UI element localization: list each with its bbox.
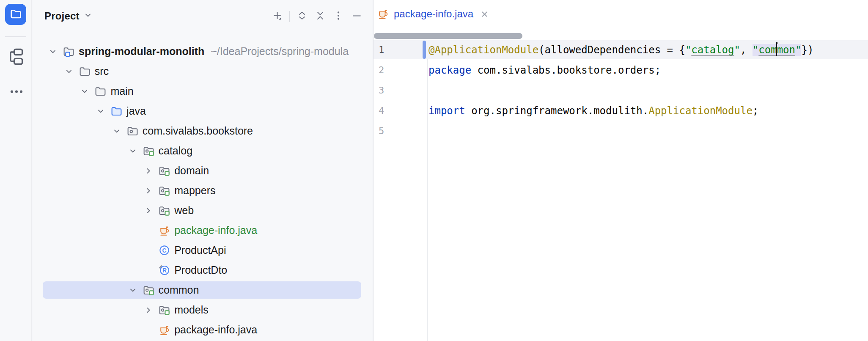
chevron-right-icon[interactable] [144,166,158,176]
chevron-right-icon[interactable] [144,206,158,215]
tree-item-label: models [174,304,209,316]
project-tree: spring-modular-monolith~/IdeaProjects/sp… [32,41,373,340]
tree-item-label: ProductDto [174,264,227,276]
chevron-down-icon[interactable] [80,87,94,96]
editor-tab-package-info[interactable]: package-info.java [377,0,489,28]
project-tool-button[interactable] [5,4,26,25]
line-number: 4 [379,101,408,121]
code-text: import org.springframework.modulith.Appl… [429,101,758,121]
line-number: 2 [379,60,408,80]
tree-item-models[interactable]: models [32,300,373,320]
tree-item-label: spring-modular-monolith [79,45,204,58]
project-folder-icon [63,45,76,58]
tree-item-package-info-java[interactable]: package-info.java [32,320,373,340]
structure-icon [8,47,24,68]
tree-item-common[interactable]: common [32,280,373,300]
line-number: 5 [379,121,408,141]
expand-all-button[interactable] [296,11,308,22]
tree-item-label: ProductApi [174,244,226,256]
tree-item-label: catalog [159,145,193,157]
module-package-icon [143,284,156,296]
tree-item-java[interactable]: java [32,101,373,121]
tree-item-productapi[interactable]: CProductApi [32,240,373,260]
minimize-icon [351,10,363,23]
module-package-icon [158,204,171,217]
code-line-4[interactable]: 4import org.springframework.modulith.App… [374,101,868,121]
module-package-icon [158,165,171,177]
tree-item-web[interactable]: web [32,201,373,220]
chevron-down-icon[interactable] [112,126,126,136]
collapse-all-button[interactable] [314,11,326,22]
class-icon: C [158,244,171,256]
source-folder-icon [110,105,124,117]
plus-icon [272,10,283,23]
java-file-icon [377,8,389,20]
more-tool-windows-button[interactable] [10,89,23,95]
active-tab-underline [374,33,522,39]
add-button[interactable] [271,11,283,22]
code-text: package com.sivalabs.bookstore.orders; [429,60,661,80]
toolbar-separator [289,11,290,22]
vcs-change-marker[interactable] [423,41,426,59]
more-dots-icon [10,88,23,96]
project-panel-header: Project [32,0,373,32]
code-line-1[interactable]: 1@ApplicationModule(allowedDependencies … [374,40,868,60]
code-editor[interactable]: 1@ApplicationModule(allowedDependencies … [374,40,868,341]
chevron-down-icon[interactable] [128,286,143,295]
activity-bar-divider [5,36,26,37]
collapse-all-icon [315,10,326,23]
editor-tab-label: package-info.java [394,8,473,20]
project-tool-window: Project spring-modular-monolith~/IdeaPro… [32,0,374,341]
tree-item-label: domain [174,165,209,177]
svg-text:C: C [162,247,167,254]
tree-item-label: com.sivalabs.bookstore [143,125,253,137]
structure-tool-button[interactable] [8,47,24,68]
java-file-icon [158,324,171,336]
tree-item-domain[interactable]: domain [32,161,373,181]
chevron-down-icon[interactable] [128,146,143,156]
tree-item-label: common [159,284,199,296]
line-number: 3 [379,80,408,101]
tree-item-catalog[interactable]: catalog [32,141,373,161]
tree-item-main[interactable]: main [32,81,373,101]
tree-item-package-info-java[interactable]: package-info.java [32,220,373,240]
tree-item-label: src [95,65,109,77]
code-line-5[interactable]: 5 [374,121,868,141]
tree-selection-highlight [43,281,361,299]
module-package-icon [158,304,171,316]
project-panel-title: Project [44,10,80,22]
code-line-2[interactable]: 2package com.sivalabs.bookstore.orders; [374,60,868,80]
tree-item-com-sivalabs-bookstore[interactable]: com.sivalabs.bookstore [32,121,373,141]
code-line-3[interactable]: 3 [374,80,868,101]
hide-tool-window-button[interactable] [351,11,363,22]
more-options-button[interactable] [332,11,344,22]
chevron-right-icon[interactable] [144,305,158,315]
tree-item-label: web [174,204,194,217]
tree-item-productdto[interactable]: RProductDto [32,260,373,280]
chevron-down-icon[interactable] [64,67,79,76]
tree-item-spring-modular-monolith[interactable]: spring-modular-monolith~/IdeaProjects/sp… [32,41,373,61]
tree-item-mappers[interactable]: mappers [32,181,373,201]
code-text: @ApplicationModule(allowedDependencies =… [429,40,813,60]
chevron-right-icon[interactable] [144,186,158,195]
folder-icon [79,65,92,77]
folder-icon [10,8,22,22]
project-view-selector[interactable]: Project [44,10,93,22]
close-icon[interactable] [480,10,489,19]
tree-item-label: java [126,105,146,117]
package-icon [126,125,140,137]
kebab-icon [333,10,344,23]
record-icon: R [158,264,171,276]
chevron-down-icon [83,11,93,22]
tree-item-src[interactable]: src [32,61,373,81]
chevron-down-icon[interactable] [48,47,63,56]
editor-area[interactable]: package-info.java 1@ApplicationModule(al… [374,0,868,341]
expand-all-icon [297,10,308,23]
tree-item-label: main [110,85,133,97]
java-file-icon [158,225,171,236]
chevron-down-icon[interactable] [96,107,110,116]
tree-item-label: package-info.java [174,324,257,336]
tree-item-label: package-info.java [174,224,257,236]
module-package-icon [143,145,156,157]
activity-bar [0,0,32,341]
